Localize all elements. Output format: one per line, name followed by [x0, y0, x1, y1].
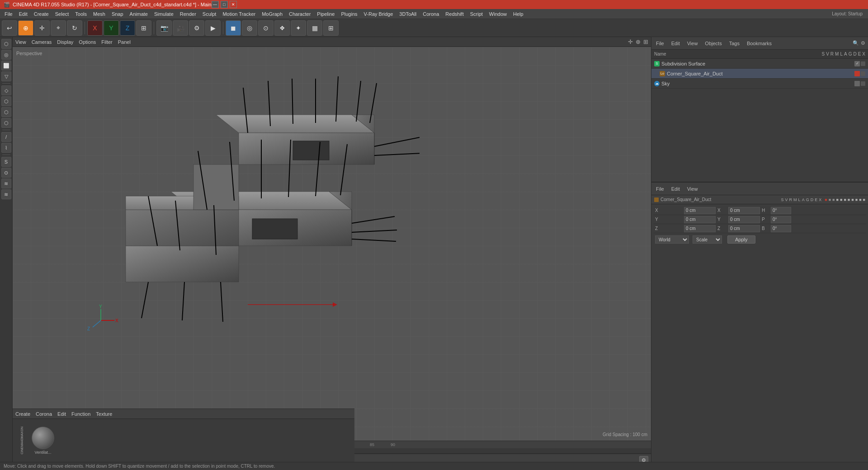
- lasso-select-btn[interactable]: ▽: [1, 71, 11, 81]
- object-mode-btn[interactable]: ⊕: [18, 20, 33, 36]
- mat-edit-menu[interactable]: Edit: [57, 411, 66, 417]
- mat-function-menu[interactable]: Function: [71, 411, 90, 417]
- menu-file[interactable]: File: [2, 10, 15, 18]
- display-mode-btn[interactable]: ◎: [242, 20, 257, 36]
- scale-dropdown[interactable]: Scale: [693, 235, 722, 244]
- menu-pipeline[interactable]: Pipeline: [314, 10, 337, 18]
- menu-window[interactable]: Window: [486, 10, 509, 18]
- mat-texture-menu[interactable]: Texture: [96, 411, 112, 417]
- mat-create-menu[interactable]: Create: [15, 411, 30, 417]
- obj-objects-menu[interactable]: Objects: [703, 40, 723, 47]
- panel-menu[interactable]: Panel: [118, 39, 131, 45]
- x-axis-btn[interactable]: X: [87, 20, 103, 36]
- obj-tags-menu[interactable]: Tags: [727, 40, 741, 47]
- apply-button[interactable]: Apply: [727, 235, 755, 244]
- menu-mesh[interactable]: Mesh: [90, 10, 108, 18]
- objects-options-icon[interactable]: ⚙: [861, 40, 865, 46]
- view-menu[interactable]: View: [15, 39, 26, 45]
- snap-btn[interactable]: ⊞: [323, 20, 339, 36]
- options-menu[interactable]: Options: [79, 39, 96, 45]
- menu-vray[interactable]: V-Ray Bridge: [361, 10, 396, 18]
- mat-corona-menu[interactable]: Corona: [36, 411, 52, 417]
- obj-item-duct[interactable]: Lo Corner_Square_Air_Duct: [651, 69, 868, 79]
- poly-tool[interactable]: ⬡: [1, 96, 11, 106]
- render-settings-btn[interactable]: ⚙: [189, 20, 204, 36]
- live-select-btn[interactable]: ◎: [1, 50, 11, 60]
- obj-edit-menu[interactable]: Edit: [670, 40, 682, 47]
- grid-btn[interactable]: ▦: [307, 20, 322, 36]
- menu-snap[interactable]: Snap: [109, 10, 126, 18]
- ss-ctrl-checkmark[interactable]: ✓: [854, 61, 860, 66]
- object-tool[interactable]: ◇: [1, 85, 11, 95]
- attr-edit-menu[interactable]: Edit: [670, 185, 682, 193]
- z-axis-btn[interactable]: Z: [120, 20, 135, 36]
- maximize-button[interactable]: □: [221, 1, 228, 8]
- menu-plugins[interactable]: Plugins: [338, 10, 360, 18]
- menu-3dtoall[interactable]: 3DToAll: [396, 10, 419, 18]
- select-all-btn[interactable]: ⬡: [1, 39, 11, 49]
- isoline-btn[interactable]: ❖: [274, 20, 290, 36]
- viewport-icon-size[interactable]: ⊕: [636, 38, 641, 45]
- filter-menu[interactable]: Filter: [101, 39, 112, 45]
- search-icon[interactable]: 🔍: [853, 40, 859, 46]
- edge-tool[interactable]: ⬡: [1, 107, 11, 117]
- pen-tool[interactable]: /: [1, 132, 11, 142]
- z-arrow-input[interactable]: [728, 225, 760, 232]
- menu-render[interactable]: Render: [177, 10, 199, 18]
- world-dropdown[interactable]: World: [655, 235, 689, 244]
- sculpt-inflate[interactable]: ≋: [1, 179, 11, 188]
- menu-help[interactable]: Help: [510, 10, 526, 18]
- menu-redshift[interactable]: Redshift: [443, 10, 466, 18]
- attr-view-menu[interactable]: View: [685, 185, 700, 193]
- material-ventilat[interactable]: Ventilat...: [32, 427, 54, 455]
- menu-corona[interactable]: Corona: [420, 10, 442, 18]
- wireframe-btn[interactable]: ⊙: [258, 20, 274, 36]
- close-button[interactable]: ✕: [230, 1, 237, 8]
- x-arrow-input[interactable]: [728, 207, 760, 214]
- cameras-menu[interactable]: Cameras: [32, 39, 52, 45]
- render-to-picture-btn[interactable]: 🎥: [173, 20, 188, 36]
- sky-ctrl1[interactable]: [854, 81, 860, 86]
- h-input[interactable]: [771, 207, 791, 214]
- editor-render-btn[interactable]: ▶: [205, 20, 221, 36]
- p-input[interactable]: [771, 216, 791, 223]
- display-menu[interactable]: Display: [57, 39, 73, 45]
- minimize-button[interactable]: —: [212, 1, 219, 8]
- sculpt-smooth[interactable]: ⊙: [1, 168, 11, 178]
- y-axis-btn[interactable]: Y: [104, 20, 119, 36]
- menu-tools[interactable]: Tools: [72, 10, 90, 18]
- viewport-canvas[interactable]: Perspective: [13, 47, 651, 441]
- menu-simulate[interactable]: Simulate: [151, 10, 176, 18]
- menu-select[interactable]: Select: [52, 10, 72, 18]
- menu-create[interactable]: Create: [31, 10, 52, 18]
- obj-item-subdivision[interactable]: S Subdivision Surface ✓: [651, 59, 868, 69]
- ss-ctrl-dot[interactable]: [861, 61, 865, 66]
- duct-ctrl-dot[interactable]: [861, 71, 865, 76]
- sky-ctrl2[interactable]: [861, 81, 865, 86]
- menu-script[interactable]: Script: [467, 10, 486, 18]
- viewport-icon-options[interactable]: ⊞: [643, 38, 648, 45]
- undo-button[interactable]: ↩: [2, 20, 17, 36]
- sculpt-flatten[interactable]: ≋: [1, 189, 11, 199]
- menu-edit[interactable]: Edit: [16, 10, 30, 18]
- spline-tool[interactable]: ⌇: [1, 143, 11, 153]
- menu-motion-tracker[interactable]: Motion Tracker: [220, 10, 258, 18]
- move-tool[interactable]: ✛: [34, 20, 50, 36]
- obj-view-menu[interactable]: View: [685, 40, 700, 47]
- menu-sculpt[interactable]: Sculpt: [200, 10, 219, 18]
- rotate-tool[interactable]: ↻: [67, 20, 82, 36]
- obj-item-sky[interactable]: ☁ Sky: [651, 79, 868, 89]
- viewport-shading-btn[interactable]: ◼: [226, 20, 241, 36]
- axis-lock-btn[interactable]: ⊞: [136, 20, 151, 36]
- obj-bookmarks-menu[interactable]: Bookmarks: [745, 40, 774, 47]
- menu-character[interactable]: Character: [286, 10, 313, 18]
- sculpt-grab[interactable]: S: [1, 157, 11, 167]
- point-tool[interactable]: ⬡: [1, 118, 11, 128]
- scale-tool[interactable]: ⌖: [51, 20, 66, 36]
- viewport-icon-move[interactable]: ✛: [628, 38, 633, 45]
- rect-select-btn[interactable]: ⬜: [1, 61, 11, 70]
- x-value-input[interactable]: [684, 207, 716, 214]
- duct-ctrl-red[interactable]: [854, 71, 860, 76]
- z-value-input[interactable]: [684, 225, 716, 232]
- attr-file-menu[interactable]: File: [654, 185, 666, 193]
